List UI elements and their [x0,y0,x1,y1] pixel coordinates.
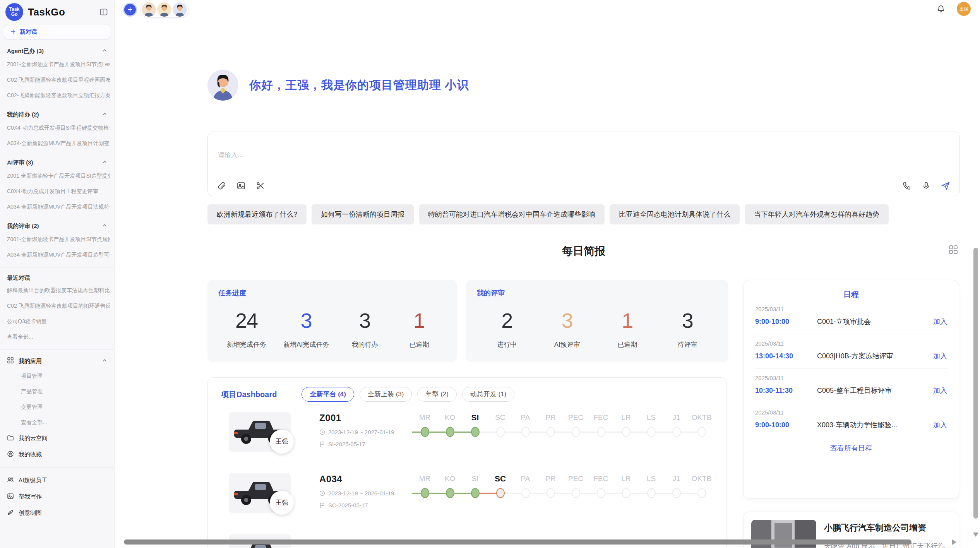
paperclip-icon[interactable] [217,181,226,190]
layout-grid-icon[interactable] [948,245,958,255]
recent-conversation-item[interactable]: 解释最新出台的欧盟报废车法规再生塑料比例被调至15%... [4,283,110,298]
sidebar-task-item[interactable]: Z001-全新燃油皮卡产品开发项目SI节点Lesson Learn报告 [4,57,110,72]
sidebar-section-header[interactable]: Agent已办 (3) [4,46,110,57]
stat-label: AI预评审 [548,340,586,349]
suggestion-chip[interactable]: 欧洲新规最近颁布了什么? [207,204,307,224]
notification-bell-icon[interactable] [937,5,945,13]
milestone-label: PEC [563,412,588,423]
recent-conversation-item[interactable]: 公司Q3轻卡销量 [4,313,110,329]
sidebar-task-item[interactable]: A034-全新新能源MUV产品开发项目造型可行性评审 [4,247,110,262]
new-chat-button[interactable]: 新对话 [4,24,110,39]
suggestion-chip[interactable]: 比亚迪全固态电池计划具体说了什么 [610,204,740,224]
project-code[interactable]: A034 [319,474,412,485]
sidebar-task-item[interactable]: A034-全新新能源MUV产品开发项目计划变更表编写 [4,135,110,151]
user-avatar[interactable]: 王强 [957,2,971,16]
milestone-label: PR [538,412,563,423]
sidebar-task-item[interactable]: Z001-全新燃油轻卡产品开发项目SI节点属性5D文件评审 [4,231,110,247]
sidebar-item-shortcut[interactable]: 我的收藏 [4,446,110,462]
stat-value: 3 [283,309,329,332]
app-item[interactable]: 产品管理 [4,384,110,399]
schedule-item[interactable]: 2025/03/1110:30-11:30C005-整车工程目标评审加入 [755,369,947,403]
sidebar-task-item[interactable]: C02-飞腾新能源轻客改款项目里程碑画面布置 [4,72,110,87]
chevron-up-icon [102,48,107,55]
schedule-row: 10:30-11:30C005-整车工程目标评审加入 [755,386,947,395]
new-session-button[interactable] [123,3,137,17]
schedule-join-link[interactable]: 加入 [933,351,947,361]
chat-input[interactable] [217,150,799,175]
horizontal-scrollbar[interactable] [124,539,911,545]
agent-avatar[interactable] [173,2,187,17]
sidebar-task-item[interactable]: C0X4-动力总成开发项目工程变更评审 [4,183,110,199]
chevron-up-icon [102,159,107,166]
app-item[interactable]: 项目管理 [4,368,110,384]
recent-conversation-item[interactable]: C02-飞腾新能源轻客改款项目的闭环通告反馈情况 [4,298,110,313]
stat-value: 1 [401,309,438,332]
agent-avatar[interactable] [142,2,156,17]
dashboard-filter-pill[interactable]: 动总开发 (1) [462,387,515,402]
schedule-name: X003-车辆动力学性能验... [817,420,933,430]
milestone-node [697,488,706,498]
scissors-icon[interactable] [256,181,265,190]
phone-icon[interactable] [902,181,911,190]
project-code[interactable]: Z001 [319,413,412,423]
daily-briefing-title: 每日简报 [562,245,605,257]
milestone-cell: FEC [588,412,613,473]
milestone-label: OKTB [689,473,714,485]
app-item[interactable]: 变更管理 [4,399,110,414]
schedule-item[interactable]: 2025/03/1113:00-14:30C003|H0B-方案冻结评审加入 [755,334,947,369]
milestone-node [572,427,580,437]
sidebar-item-shortcut[interactable]: 我的云空间 [4,430,110,446]
apps-view-all-link[interactable]: 查看全部... [4,414,110,430]
sidebar-task-item[interactable]: C02-飞腾新能源轻客改款项目立项汇报方案 [4,87,110,103]
view-all-schedule-link[interactable]: 查看所有日程 [755,444,947,453]
dashboard-filter-pill[interactable]: 全新平台 (4) [302,387,354,402]
suggestion-chip[interactable]: 如何写一份清晰的项目周报 [312,204,414,224]
image-attach-icon[interactable] [236,181,246,190]
milestone-cell: OKTB [689,473,714,534]
milestone-label: FEC [588,473,613,485]
sidebar-collapse-icon[interactable] [99,8,108,16]
sidebar-task-item[interactable]: A034-全新新能源MUV产品开发项目法规符合性评审 [4,199,110,214]
schedule-join-link[interactable]: 加入 [933,386,947,395]
sidebar-task-item[interactable]: Z001-全新燃油轻卡产品开发项目SI造型提交物评审 [4,168,110,183]
dashboard-filter-pill[interactable]: 全新上装 (3) [360,387,412,402]
sidebar-item-tool[interactable]: AI超级员工 [4,472,110,488]
cloud-space-icon [7,434,14,442]
chevron-up-icon [102,223,107,229]
schedule-card: 日程 2025/03/119:00-10:00C001-立项审批会加入2025/… [743,280,959,499]
app-title: TaskGo [28,6,65,18]
schedule-item[interactable]: 2025/03/119:00-10:00X003-车辆动力学性能验...加入 [755,403,947,437]
suggestion-chip[interactable]: 当下年轻人对汽车外观有怎样的喜好趋势 [745,204,889,224]
milestone-node [446,488,454,498]
shortcut-label: 我的收藏 [19,451,42,458]
schedule-row: 9:00-10:00X003-车辆动力学性能验...加入 [755,420,947,430]
sidebar-item-tool[interactable]: 创意制图 [4,505,110,521]
schedule-item[interactable]: 2025/03/119:00-10:00C001-立项审批会加入 [755,300,947,334]
sidebar-section-header[interactable]: AI评审 (3) [4,157,110,168]
sidebar-item-tool[interactable]: 帮我写作 [4,488,110,505]
sidebar-item-my-apps[interactable]: 我的应用 [4,354,110,368]
suggestion-chip[interactable]: 特朗普可能对进口汽车增税会对中国车企造成哪些影响 [419,204,605,224]
creative-drawing-icon [7,509,14,517]
tool-label: AI超级员工 [19,477,47,484]
schedule-join-link[interactable]: 加入 [933,420,947,430]
milestone-cell: KO [437,473,463,534]
send-icon[interactable] [941,181,950,190]
milestone-node [647,488,656,498]
microphone-icon[interactable] [922,181,931,190]
vertical-scrollbar[interactable] [973,248,978,519]
schedule-join-link[interactable]: 加入 [933,317,947,326]
milestone-node [496,427,505,437]
milestone-label: MR [412,473,437,485]
dashboard-filter-pill[interactable]: 年型 (2) [417,387,457,402]
scroll-down-arrow-icon[interactable] [973,533,978,537]
sidebar-section-header[interactable]: 我的待办 (2) [4,109,110,120]
milestone-node-area [613,423,639,441]
agent-avatar[interactable] [157,2,171,17]
sidebar-section-header[interactable]: 我的评审 (2) [4,221,110,231]
divider [0,349,114,349]
sidebar-task-item[interactable]: C0X4-动力总成开发项目SI里程碑提交物检查 [4,120,110,135]
milestone-cell: MR [412,412,437,473]
recent-view-all-link[interactable]: 查看全部... [4,329,110,344]
scroll-right-arrow-icon[interactable] [952,539,956,545]
